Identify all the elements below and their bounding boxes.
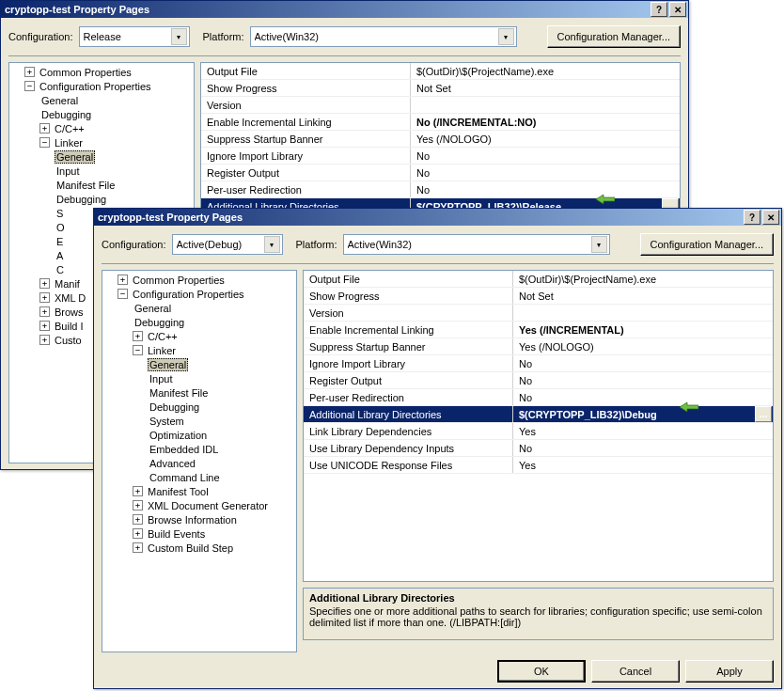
property-value[interactable] xyxy=(513,305,774,322)
tree-linker-optimization[interactable]: Optimization xyxy=(148,430,209,441)
property-row[interactable]: Suppress Startup BannerYes (/NOLOGO) xyxy=(201,131,680,148)
property-grid[interactable]: Output File$(OutDir)\$(ProjectName).exeS… xyxy=(303,270,774,582)
platform-combo[interactable]: Active(Win32) ▾ xyxy=(250,26,517,47)
titlebar[interactable]: cryptopp-test Property Pages ? ✕ xyxy=(94,209,781,226)
tree-linker-embedded-idl[interactable]: Embedded IDL xyxy=(148,444,220,455)
property-row[interactable]: Show ProgressNot Set xyxy=(201,80,680,97)
property-row[interactable]: Ignore Import LibraryNo xyxy=(201,148,680,165)
property-name: Additional Library Directories xyxy=(304,406,513,423)
configuration-combo[interactable]: Release ▾ xyxy=(79,26,190,47)
categories-tree[interactable]: +Common Properties −Configuration Proper… xyxy=(102,270,297,652)
property-value[interactable]: Yes (/NOLOGO) xyxy=(411,131,681,148)
configuration-manager-button[interactable]: Configuration Manager... xyxy=(547,25,681,48)
tree-ccpp[interactable]: C/C++ xyxy=(146,331,180,342)
tree-linker-advanced[interactable]: Advanced xyxy=(148,458,197,469)
property-value[interactable]: No xyxy=(513,389,774,406)
tree-linker[interactable]: Linker xyxy=(146,345,178,356)
property-value[interactable]: No xyxy=(411,165,681,181)
window-title: cryptopp-test Property Pages xyxy=(98,212,742,223)
help-button[interactable]: ? xyxy=(744,210,760,225)
property-value[interactable]: Yes xyxy=(513,457,774,474)
property-row[interactable]: Version xyxy=(304,305,773,322)
tree-linker-debugging[interactable]: Debugging xyxy=(55,194,108,205)
property-row[interactable]: Use UNICODE Response FilesYes xyxy=(304,457,773,474)
tree-linker-manifest[interactable]: Manifest File xyxy=(148,387,210,399)
property-name: Version xyxy=(304,305,513,322)
configuration-combo[interactable]: Active(Debug) ▾ xyxy=(172,234,283,255)
chevron-down-icon[interactable]: ▾ xyxy=(264,236,280,253)
property-row[interactable]: Suppress Startup BannerYes (/NOLOGO) xyxy=(304,338,773,355)
tree-custom-build-step[interactable]: Custom Build Step xyxy=(146,542,235,554)
tree-debugging[interactable]: Debugging xyxy=(133,317,186,328)
property-value[interactable]: Not Set xyxy=(411,80,681,97)
property-row[interactable]: Additional Library Directories$(CRYPTOPP… xyxy=(304,406,773,423)
apply-button[interactable]: Apply xyxy=(685,660,774,683)
property-row[interactable]: Link Library DependenciesYes xyxy=(304,423,773,440)
property-row[interactable]: Output File$(OutDir)\$(ProjectName).exe xyxy=(304,271,773,288)
tree-linker-system[interactable]: System xyxy=(148,416,186,427)
tree-common-properties[interactable]: Common Properties xyxy=(131,275,227,286)
svg-marker-1 xyxy=(680,402,698,412)
property-row[interactable]: Output File$(OutDir)\$(ProjectName).exe xyxy=(201,63,680,80)
tree-linker-general[interactable]: General xyxy=(55,150,95,164)
property-value[interactable]: No xyxy=(411,181,681,198)
tree-general[interactable]: General xyxy=(133,303,173,314)
close-button[interactable]: ✕ xyxy=(669,2,686,17)
property-value[interactable]: Yes (/INCREMENTAL) xyxy=(513,322,774,338)
chevron-down-icon[interactable]: ▾ xyxy=(171,28,187,45)
property-value[interactable]: No xyxy=(513,440,774,457)
property-row[interactable]: Register OutputNo xyxy=(304,372,773,389)
tree-browse-info[interactable]: Browse Information xyxy=(146,514,239,526)
tree-manifest-tool[interactable]: Manifest Tool xyxy=(146,486,211,497)
tree-linker-manifest[interactable]: Manifest File xyxy=(55,180,117,191)
chevron-down-icon[interactable]: ▾ xyxy=(498,28,514,45)
configuration-manager-button[interactable]: Configuration Manager... xyxy=(640,233,774,256)
property-row[interactable]: Per-user RedirectionNo xyxy=(304,389,773,406)
property-name: Enable Incremental Linking xyxy=(201,114,411,131)
property-value[interactable]: No xyxy=(513,355,774,372)
property-value[interactable]: $(OutDir)\$(ProjectName).exe xyxy=(411,63,681,80)
property-row[interactable]: Ignore Import LibraryNo xyxy=(304,355,773,372)
tree-linker-debugging[interactable]: Debugging xyxy=(148,401,201,413)
property-value[interactable]: No xyxy=(513,372,774,389)
chevron-down-icon[interactable]: ▾ xyxy=(591,236,607,253)
tree-configuration-properties[interactable]: Configuration Properties xyxy=(131,289,246,300)
config-toolbar: Configuration: Release ▾ Platform: Activ… xyxy=(8,25,681,48)
help-button[interactable]: ? xyxy=(651,2,667,17)
tree-debugging[interactable]: Debugging xyxy=(39,109,93,120)
property-value[interactable]: $(CRYPTOPP_LIB32)\Debug... xyxy=(513,406,774,423)
tree-common-properties[interactable]: Common Properties xyxy=(38,67,133,78)
property-value[interactable]: $(OutDir)\$(ProjectName).exe xyxy=(513,271,774,288)
property-row[interactable]: Show ProgressNot Set xyxy=(304,288,773,305)
property-row[interactable]: Enable Incremental LinkingYes (/INCREMEN… xyxy=(304,322,773,338)
tree-configuration-properties[interactable]: Configuration Properties xyxy=(38,81,153,92)
property-value[interactable] xyxy=(411,97,681,114)
property-value[interactable]: Yes (/NOLOGO) xyxy=(513,338,774,355)
property-row[interactable]: Version xyxy=(201,97,680,114)
platform-combo[interactable]: Active(Win32) ▾ xyxy=(343,234,610,255)
cancel-button[interactable]: Cancel xyxy=(591,660,680,683)
tree-linker-command-line[interactable]: Command Line xyxy=(148,472,222,483)
property-row[interactable]: Use Library Dependency InputsNo xyxy=(304,440,773,457)
property-value[interactable]: Yes xyxy=(513,423,774,440)
tree-linker-input[interactable]: Input xyxy=(148,373,174,385)
property-value[interactable]: No xyxy=(411,148,681,165)
tree-linker-input[interactable]: Input xyxy=(55,165,81,177)
tree-xml-doc-generator[interactable]: XML Document Generator xyxy=(146,500,270,511)
property-row[interactable]: Register OutputNo xyxy=(201,165,680,181)
property-name: Use Library Dependency Inputs xyxy=(304,440,513,457)
close-button[interactable]: ✕ xyxy=(762,210,779,225)
tree-linker[interactable]: Linker xyxy=(53,137,85,149)
property-row[interactable]: Enable Incremental LinkingNo (/INCREMENT… xyxy=(201,114,680,131)
browse-button[interactable]: ... xyxy=(755,406,772,422)
window-title: cryptopp-test Property Pages xyxy=(5,4,649,15)
property-name: Per-user Redirection xyxy=(304,389,513,406)
tree-general[interactable]: General xyxy=(39,95,80,106)
tree-ccpp[interactable]: C/C++ xyxy=(53,123,86,134)
property-value[interactable]: No (/INCREMENTAL:NO) xyxy=(411,114,681,131)
tree-linker-general[interactable]: General xyxy=(148,358,188,371)
titlebar[interactable]: cryptopp-test Property Pages ? ✕ xyxy=(1,1,688,18)
tree-build-events[interactable]: Build Events xyxy=(146,528,207,540)
property-value[interactable]: Not Set xyxy=(513,288,774,305)
ok-button[interactable]: OK xyxy=(497,660,586,683)
